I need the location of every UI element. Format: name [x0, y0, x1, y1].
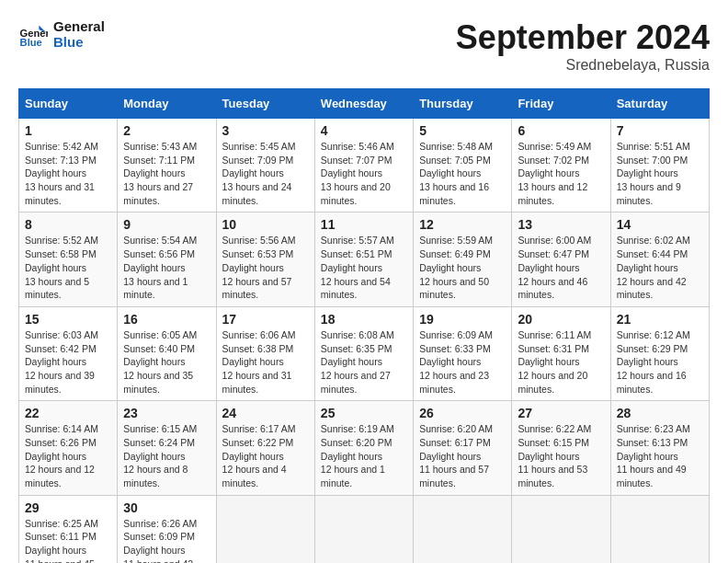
day-info: Sunrise: 5:43 AM Sunset: 7:11 PM Dayligh…: [123, 140, 210, 207]
day-info: Sunrise: 6:19 AM Sunset: 6:20 PM Dayligh…: [321, 422, 407, 489]
day-info: Sunrise: 6:05 AM Sunset: 6:40 PM Dayligh…: [123, 328, 210, 396]
day-number: 20: [518, 312, 604, 327]
table-row: 5 Sunrise: 5:48 AM Sunset: 7:05 PM Dayli…: [414, 119, 512, 213]
col-header-saturday: Saturday: [610, 89, 709, 119]
logo: General Blue General Blue: [18, 18, 105, 50]
day-info: Sunrise: 6:11 AM Sunset: 6:31 PM Dayligh…: [518, 328, 604, 396]
day-number: 28: [617, 406, 703, 420]
day-number: 4: [321, 123, 407, 138]
table-row: 25 Sunrise: 6:19 AM Sunset: 6:20 PM Dayl…: [314, 401, 413, 495]
day-info: Sunrise: 6:20 AM Sunset: 6:17 PM Dayligh…: [419, 422, 506, 489]
day-info: Sunrise: 6:08 AM Sunset: 6:35 PM Dayligh…: [321, 328, 407, 396]
calendar-week-2: 8 Sunrise: 5:52 AM Sunset: 6:58 PM Dayli…: [19, 213, 710, 306]
table-row: 17 Sunrise: 6:06 AM Sunset: 6:38 PM Dayl…: [216, 306, 314, 400]
table-row: 20 Sunrise: 6:11 AM Sunset: 6:31 PM Dayl…: [512, 306, 610, 400]
table-row: 19 Sunrise: 6:09 AM Sunset: 6:33 PM Dayl…: [414, 306, 512, 400]
table-row: 4 Sunrise: 5:46 AM Sunset: 7:07 PM Dayli…: [314, 119, 413, 213]
calendar-week-5: 29 Sunrise: 6:25 AM Sunset: 6:11 PM Dayl…: [19, 495, 710, 563]
day-info: Sunrise: 5:49 AM Sunset: 7:02 PM Dayligh…: [518, 140, 604, 207]
day-number: 15: [25, 312, 111, 327]
col-header-thursday: Thursday: [414, 89, 512, 119]
day-info: Sunrise: 6:03 AM Sunset: 6:42 PM Dayligh…: [25, 328, 111, 396]
day-number: 3: [222, 123, 309, 138]
day-number: 26: [419, 406, 506, 420]
day-info: Sunrise: 6:12 AM Sunset: 6:29 PM Dayligh…: [617, 328, 703, 396]
day-number: 24: [222, 406, 309, 420]
day-number: 1: [25, 123, 111, 138]
table-row: 12 Sunrise: 5:59 AM Sunset: 6:49 PM Dayl…: [414, 213, 512, 306]
day-number: 14: [617, 217, 703, 232]
day-info: Sunrise: 5:56 AM Sunset: 6:53 PM Dayligh…: [222, 234, 309, 301]
col-header-monday: Monday: [118, 89, 216, 119]
day-number: 17: [222, 312, 309, 327]
col-header-wednesday: Wednesday: [314, 89, 413, 119]
month-title: September 2024: [456, 18, 710, 57]
table-row: 9 Sunrise: 5:54 AM Sunset: 6:56 PM Dayli…: [118, 213, 216, 306]
day-number: 25: [321, 406, 407, 420]
page-header: General Blue General Blue September 2024…: [18, 18, 710, 74]
table-row: 16 Sunrise: 6:05 AM Sunset: 6:40 PM Dayl…: [118, 306, 216, 400]
day-number: 5: [419, 123, 506, 138]
day-info: Sunrise: 6:02 AM Sunset: 6:44 PM Dayligh…: [617, 234, 703, 301]
day-info: Sunrise: 6:06 AM Sunset: 6:38 PM Dayligh…: [222, 328, 309, 396]
logo-line2: Blue: [53, 34, 105, 50]
table-row: 15 Sunrise: 6:03 AM Sunset: 6:42 PM Dayl…: [19, 306, 118, 400]
table-row: 2 Sunrise: 5:43 AM Sunset: 7:11 PM Dayli…: [118, 119, 216, 213]
table-row: 18 Sunrise: 6:08 AM Sunset: 6:35 PM Dayl…: [314, 306, 413, 400]
day-info: Sunrise: 5:51 AM Sunset: 7:00 PM Dayligh…: [617, 140, 703, 207]
calendar-week-3: 15 Sunrise: 6:03 AM Sunset: 6:42 PM Dayl…: [19, 306, 710, 400]
day-info: Sunrise: 6:14 AM Sunset: 6:26 PM Dayligh…: [25, 422, 111, 489]
day-number: 10: [222, 217, 309, 232]
day-number: 27: [518, 406, 604, 420]
day-info: Sunrise: 6:22 AM Sunset: 6:15 PM Dayligh…: [518, 422, 604, 489]
logo-icon: General Blue: [18, 19, 48, 49]
day-number: 8: [25, 217, 111, 232]
table-row: 30 Sunrise: 6:26 AM Sunset: 6:09 PM Dayl…: [118, 495, 216, 563]
location: Srednebelaya, Russia: [456, 57, 710, 74]
day-info: Sunrise: 6:17 AM Sunset: 6:22 PM Dayligh…: [222, 422, 309, 489]
day-info: Sunrise: 5:48 AM Sunset: 7:05 PM Dayligh…: [419, 140, 506, 207]
table-row: 14 Sunrise: 6:02 AM Sunset: 6:44 PM Dayl…: [610, 213, 709, 306]
col-header-friday: Friday: [512, 89, 610, 119]
day-number: 19: [419, 312, 506, 327]
table-row: 7 Sunrise: 5:51 AM Sunset: 7:00 PM Dayli…: [610, 119, 709, 213]
svg-text:Blue: Blue: [20, 37, 42, 48]
col-header-sunday: Sunday: [19, 89, 118, 119]
table-row: 29 Sunrise: 6:25 AM Sunset: 6:11 PM Dayl…: [19, 495, 118, 563]
table-row: 24 Sunrise: 6:17 AM Sunset: 6:22 PM Dayl…: [216, 401, 314, 495]
table-row: 23 Sunrise: 6:15 AM Sunset: 6:24 PM Dayl…: [118, 401, 216, 495]
day-number: 7: [617, 123, 703, 138]
day-info: Sunrise: 6:15 AM Sunset: 6:24 PM Dayligh…: [123, 422, 210, 489]
table-row: 11 Sunrise: 5:57 AM Sunset: 6:51 PM Dayl…: [314, 213, 413, 306]
day-info: Sunrise: 6:00 AM Sunset: 6:47 PM Dayligh…: [518, 234, 604, 301]
day-number: 23: [123, 406, 210, 420]
calendar-week-1: 1 Sunrise: 5:42 AM Sunset: 7:13 PM Dayli…: [19, 119, 710, 213]
table-row: 10 Sunrise: 5:56 AM Sunset: 6:53 PM Dayl…: [216, 213, 314, 306]
day-number: 2: [123, 123, 210, 138]
day-info: Sunrise: 6:26 AM Sunset: 6:09 PM Dayligh…: [123, 517, 210, 563]
day-info: Sunrise: 5:42 AM Sunset: 7:13 PM Dayligh…: [25, 140, 111, 207]
table-row: [314, 495, 413, 563]
table-row: 26 Sunrise: 6:20 AM Sunset: 6:17 PM Dayl…: [414, 401, 512, 495]
header-row: SundayMondayTuesdayWednesdayThursdayFrid…: [19, 89, 710, 119]
col-header-tuesday: Tuesday: [216, 89, 314, 119]
day-info: Sunrise: 5:46 AM Sunset: 7:07 PM Dayligh…: [321, 140, 407, 207]
table-row: 27 Sunrise: 6:22 AM Sunset: 6:15 PM Dayl…: [512, 401, 610, 495]
table-row: 3 Sunrise: 5:45 AM Sunset: 7:09 PM Dayli…: [216, 119, 314, 213]
day-info: Sunrise: 5:52 AM Sunset: 6:58 PM Dayligh…: [25, 234, 111, 301]
day-number: 9: [123, 217, 210, 232]
table-row: [216, 495, 314, 563]
day-info: Sunrise: 5:57 AM Sunset: 6:51 PM Dayligh…: [321, 234, 407, 301]
day-info: Sunrise: 5:54 AM Sunset: 6:56 PM Dayligh…: [123, 234, 210, 301]
day-number: 12: [419, 217, 506, 232]
logo-line1: General: [53, 18, 105, 34]
day-number: 16: [123, 312, 210, 327]
day-info: Sunrise: 6:23 AM Sunset: 6:13 PM Dayligh…: [617, 422, 703, 489]
title-block: September 2024 Srednebelaya, Russia: [456, 18, 710, 74]
table-row: 22 Sunrise: 6:14 AM Sunset: 6:26 PM Dayl…: [19, 401, 118, 495]
day-info: Sunrise: 5:45 AM Sunset: 7:09 PM Dayligh…: [222, 140, 309, 207]
day-info: Sunrise: 6:25 AM Sunset: 6:11 PM Dayligh…: [25, 517, 111, 563]
table-row: [610, 495, 709, 563]
table-row: 6 Sunrise: 5:49 AM Sunset: 7:02 PM Dayli…: [512, 119, 610, 213]
table-row: 1 Sunrise: 5:42 AM Sunset: 7:13 PM Dayli…: [19, 119, 118, 213]
